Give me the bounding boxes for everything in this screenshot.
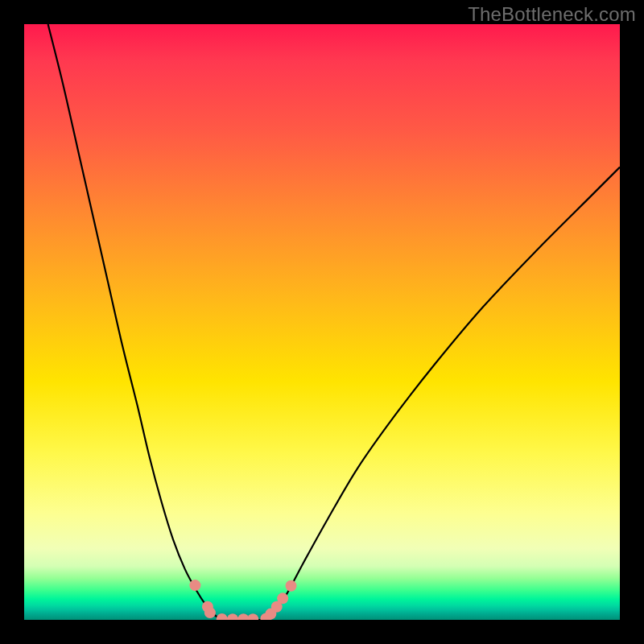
chart-frame: TheBottleneck.com bbox=[0, 0, 644, 644]
marker-point bbox=[247, 613, 258, 620]
watermark-text: TheBottleneck.com bbox=[468, 3, 636, 26]
marker-point bbox=[189, 580, 200, 591]
plot-area bbox=[24, 24, 620, 620]
curve-layer bbox=[24, 24, 620, 620]
bottleneck-curve bbox=[48, 24, 620, 620]
marker-group bbox=[189, 580, 296, 620]
marker-point bbox=[286, 580, 297, 592]
marker-point bbox=[204, 607, 216, 618]
marker-point bbox=[217, 613, 228, 620]
marker-point bbox=[227, 613, 238, 620]
marker-point bbox=[277, 592, 288, 604]
